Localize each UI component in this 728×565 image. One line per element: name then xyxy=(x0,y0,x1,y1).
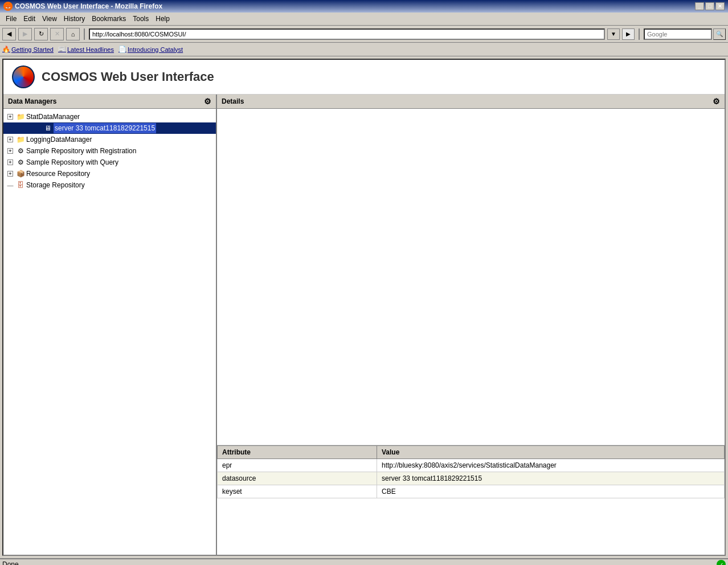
tree-item-stat[interactable]: + 📁 StatDataManager xyxy=(3,111,216,122)
details-empty-area xyxy=(217,109,725,445)
bookmark-icon-introducing-catalyst: 📄 xyxy=(118,46,126,53)
tree-label-storage: Storage Repository xyxy=(26,180,85,190)
storage-icon: 🗄 xyxy=(16,181,25,190)
table-row: datasource server 33 tomcat1181829221515 xyxy=(218,472,725,485)
stop-button[interactable]: ✕ xyxy=(50,28,64,40)
tree-item-resource[interactable]: + 📦 Resource Repository xyxy=(3,168,216,179)
right-panel-header: Details ⚙ xyxy=(217,95,725,109)
value-epr: http://bluesky:8080/axis2/services/Stati… xyxy=(377,459,725,472)
menu-history[interactable]: History xyxy=(60,14,88,24)
bookmark-getting-started[interactable]: 🔥 Getting Started xyxy=(2,46,54,53)
folder-icon-logging: 📁 xyxy=(16,135,25,144)
home-button[interactable]: ⌂ xyxy=(66,28,80,40)
menu-tools[interactable]: Tools xyxy=(129,14,152,24)
status-text: Done xyxy=(2,560,19,565)
bookmarks-bar: 🔥 Getting Started 📰 Latest Headlines 📄 I… xyxy=(0,43,728,56)
status-icon: ✓ xyxy=(717,560,726,565)
folder-icon-stat: 📁 xyxy=(16,112,25,121)
expand-icon-server xyxy=(33,124,42,133)
app-logo-inner xyxy=(13,67,34,87)
expand-icon-sample-query[interactable]: + xyxy=(6,158,15,167)
left-panel-title: Data Managers xyxy=(8,97,56,105)
tree-label-logging: LoggingDataManager xyxy=(26,134,92,145)
expand-icon-storage[interactable]: — xyxy=(6,181,15,190)
bookmark-icon-latest-headlines: 📰 xyxy=(58,46,66,53)
attr-datasource: datasource xyxy=(218,472,377,485)
gear-icon-sample-reg: ⚙ xyxy=(16,146,25,155)
browser-content: COSMOS Web User Interface Data Managers … xyxy=(2,59,726,556)
forward-button[interactable]: ▶ xyxy=(18,28,32,40)
details-area: Attribute Value epr http://bluesky:8080/… xyxy=(217,109,725,555)
value-col-header: Value xyxy=(377,446,725,459)
expand-icon-sample-reg[interactable]: + xyxy=(6,146,15,155)
tree-label-stat: StatDataManager xyxy=(26,112,80,122)
back-button[interactable]: ◀ xyxy=(2,28,16,40)
window-title: COSMOS Web User Interface - Mozilla Fire… xyxy=(15,2,162,10)
search-input[interactable] xyxy=(644,28,712,40)
tree-area: + 📁 StatDataManager 🖥 server 33 tomcat11… xyxy=(3,109,216,555)
address-input[interactable] xyxy=(89,28,605,40)
close-button[interactable]: ✕ xyxy=(715,2,725,10)
left-panel: Data Managers ⚙ + 📁 StatDataManager 🖥 se… xyxy=(3,95,217,555)
maximize-button[interactable]: □ xyxy=(705,2,714,10)
left-panel-icon[interactable]: ⚙ xyxy=(204,97,211,106)
address-bar: ▼ ▶ xyxy=(89,28,635,40)
statusbar: Done ✓ xyxy=(0,558,728,565)
window-titlebar: 🦊 COSMOS Web User Interface - Mozilla Fi… xyxy=(0,0,728,13)
main-split: Data Managers ⚙ + 📁 StatDataManager 🖥 se… xyxy=(3,95,725,555)
toolbar: ◀ ▶ ↻ ✕ ⌂ ▼ ▶ 🔍 xyxy=(0,26,728,43)
value-datasource: server 33 tomcat1181829221515 xyxy=(377,472,725,485)
window-controls[interactable]: _ □ ✕ xyxy=(695,2,725,10)
menu-help[interactable]: Help xyxy=(152,14,173,24)
expand-icon-resource[interactable]: + xyxy=(6,169,15,178)
toolbar-separator-1 xyxy=(84,28,85,40)
right-panel-title: Details xyxy=(222,97,244,105)
reload-button[interactable]: ↻ xyxy=(34,28,48,40)
table-row: keyset CBE xyxy=(218,485,725,498)
menu-bookmarks[interactable]: Bookmarks xyxy=(88,14,129,24)
address-dropdown[interactable]: ▼ xyxy=(607,28,620,40)
address-go-button[interactable]: ▶ xyxy=(622,28,635,40)
box-icon-resource: 📦 xyxy=(16,169,25,178)
tree-label-resource: Resource Repository xyxy=(26,169,90,179)
app-logo xyxy=(12,65,35,88)
server-icon: 🖥 xyxy=(43,124,52,133)
minimize-button[interactable]: _ xyxy=(695,2,704,10)
tree-item-sample-query[interactable]: + ⚙ Sample Repository with Query xyxy=(3,157,216,168)
tree-label-sample-reg: Sample Repository with Registration xyxy=(26,146,136,156)
attributes-table: Attribute Value epr http://bluesky:8080/… xyxy=(217,445,725,498)
value-keyset: CBE xyxy=(377,485,725,498)
right-panel: Details ⚙ Attribute Value xyxy=(217,95,725,555)
table-row: epr http://bluesky:8080/axis2/services/S… xyxy=(218,459,725,472)
tree-label-sample-query: Sample Repository with Query xyxy=(26,157,118,167)
toolbar-separator-2 xyxy=(639,28,640,40)
tree-item-logging[interactable]: + 📁 LoggingDataManager xyxy=(3,134,216,145)
gear-icon-sample-query: ⚙ xyxy=(16,158,25,167)
bookmark-latest-headlines[interactable]: 📰 Latest Headlines xyxy=(58,46,114,53)
menu-view[interactable]: View xyxy=(39,14,60,24)
attr-epr: epr xyxy=(218,459,377,472)
menubar: File Edit View History Bookmarks Tools H… xyxy=(0,13,728,26)
tree-item-storage[interactable]: — 🗄 Storage Repository xyxy=(3,179,216,191)
menu-file[interactable]: File xyxy=(2,14,20,24)
bookmark-introducing-catalyst[interactable]: 📄 Introducing Catalyst xyxy=(118,46,183,53)
app-header: COSMOS Web User Interface xyxy=(3,60,725,95)
bookmark-icon-getting-started: 🔥 xyxy=(2,46,10,53)
expand-icon-logging[interactable]: + xyxy=(6,135,15,144)
search-go-button[interactable]: 🔍 xyxy=(713,28,726,40)
app-title: COSMOS Web User Interface xyxy=(42,69,214,84)
attr-col-header: Attribute xyxy=(218,446,377,459)
titlebar-icon: 🦊 xyxy=(3,2,13,11)
menu-edit[interactable]: Edit xyxy=(20,14,39,24)
search-area: 🔍 xyxy=(644,28,726,40)
attr-keyset: keyset xyxy=(218,485,377,498)
right-panel-icon[interactable]: ⚙ xyxy=(713,97,720,106)
tree-label-server: server 33 tomcat1181829221515 xyxy=(54,123,156,133)
tree-item-sample-reg[interactable]: + ⚙ Sample Repository with Registration xyxy=(3,145,216,157)
attr-table-container: Attribute Value epr http://bluesky:8080/… xyxy=(217,445,725,498)
expand-icon-stat[interactable]: + xyxy=(6,112,15,121)
titlebar-left: 🦊 COSMOS Web User Interface - Mozilla Fi… xyxy=(3,2,162,11)
tree-item-server[interactable]: 🖥 server 33 tomcat1181829221515 xyxy=(3,122,216,134)
left-panel-header: Data Managers ⚙ xyxy=(3,95,216,109)
